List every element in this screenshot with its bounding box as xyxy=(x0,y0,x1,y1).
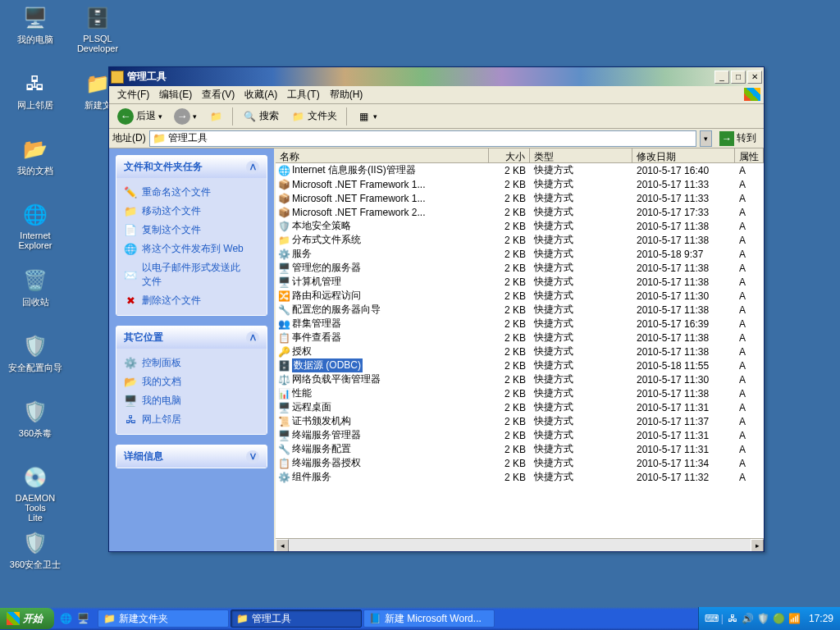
task-link[interactable]: ✉️以电子邮件形式发送此文件 xyxy=(120,258,263,291)
icon-label: 我的文档 xyxy=(7,165,64,177)
list-item[interactable]: 🖥️远程桌面2 KB快捷方式2010-5-17 11:31A xyxy=(276,400,764,414)
menu-item[interactable]: 工具(T) xyxy=(282,86,324,103)
task-link[interactable]: ✖删除这个文件 xyxy=(120,291,263,310)
task-link[interactable]: 📂我的文档 xyxy=(120,372,263,391)
menu-item[interactable]: 收藏(A) xyxy=(240,86,282,103)
file-name: 远程桌面 xyxy=(292,400,331,414)
task-link[interactable]: ⚙️控制面板 xyxy=(120,354,263,372)
views-button[interactable]: ▦▾ xyxy=(351,107,382,126)
column-date[interactable]: 修改日期 xyxy=(632,148,735,162)
list-item[interactable]: 🖥️计算机管理2 KB快捷方式2010-5-17 11:38A xyxy=(276,275,764,289)
list-item[interactable]: 📊性能2 KB快捷方式2010-5-17 11:38A xyxy=(276,386,764,400)
tray-shield-icon[interactable]: 🛡️ xyxy=(757,612,770,625)
desktop-icon[interactable]: 🌐InternetExplorer xyxy=(7,202,64,250)
list-item[interactable]: 📁分布式文件系统2 KB快捷方式2010-5-17 11:38A xyxy=(276,233,764,247)
desktop-icon[interactable]: 🛡️安全配置向导 xyxy=(7,333,64,374)
list-item[interactable]: 🖥️终端服务管理器2 KB快捷方式2010-5-17 11:31A xyxy=(276,428,764,442)
desktop-icon[interactable]: 🛡️360杀毒 xyxy=(7,399,64,440)
quick-launch-ie[interactable]: 🌐 xyxy=(57,610,74,627)
tray-sound-icon[interactable]: 🔊 xyxy=(742,612,755,625)
go-button[interactable]: → 转到 xyxy=(715,130,760,148)
list-item[interactable]: 👥群集管理器2 KB快捷方式2010-5-17 16:39A xyxy=(276,317,764,331)
desktop-icon[interactable]: 🗄️PLSQLDeveloper xyxy=(69,5,126,53)
desktop-icon[interactable]: 🖥️我的电脑 xyxy=(7,5,64,46)
menu-item[interactable]: 文件(F) xyxy=(112,86,154,103)
quick-launch-desktop[interactable]: 🖥️ xyxy=(75,610,91,627)
desktop-icon[interactable]: 🛡️360安全卫士 xyxy=(7,530,64,571)
taskbar-task[interactable]: 📁新建文件夹 xyxy=(98,609,229,628)
file-attr: A xyxy=(735,472,764,483)
list-item[interactable]: ⚖️网络负载平衡管理器2 KB快捷方式2010-5-17 11:30A xyxy=(276,372,764,386)
list-item[interactable]: 🌐Internet 信息服务(IIS)管理器2 KB快捷方式2010-5-17 … xyxy=(276,163,764,177)
search-button[interactable]: 🔍搜索 xyxy=(237,107,284,126)
menu-item[interactable]: 帮助(H) xyxy=(325,86,368,103)
task-link[interactable]: 🖥️我的电脑 xyxy=(120,391,263,410)
task-link[interactable]: 📁移动这个文件 xyxy=(120,202,263,221)
address-input[interactable]: 📁 管理工具 xyxy=(149,130,696,147)
desktop-icon[interactable]: 💿DAEMON ToolsLite xyxy=(7,464,64,523)
folders-button[interactable]: 📁文件夹 xyxy=(285,107,342,126)
start-button[interactable]: 开始 xyxy=(0,608,54,629)
scroll-track[interactable] xyxy=(289,539,751,551)
list-item[interactable]: 🔧配置您的服务器向导2 KB快捷方式2010-5-17 11:38A xyxy=(276,303,764,317)
task-group-header[interactable]: 其它位置 ᐱ xyxy=(116,326,267,349)
up-button[interactable]: 📁 xyxy=(203,107,228,126)
task-link[interactable]: ✏️重命名这个文件 xyxy=(120,183,263,202)
titlebar[interactable]: 管理工具 _ □ ✕ xyxy=(109,67,764,86)
file-attr: A xyxy=(735,430,764,441)
task-icon: 📘 xyxy=(369,613,381,624)
list-item[interactable]: 🔑授权2 KB快捷方式2010-5-17 11:38A xyxy=(276,345,764,358)
desktop-icon[interactable]: 🗑️回收站 xyxy=(7,267,64,308)
task-link[interactable]: 🌐将这个文件发布到 Web xyxy=(120,240,263,258)
scroll-right-button[interactable]: ▸ xyxy=(751,539,764,551)
taskbar-task[interactable]: 📁管理工具 xyxy=(231,609,362,628)
tray-lang-icon[interactable]: ⌨ xyxy=(705,612,719,625)
task-group-header[interactable]: 详细信息 ᐯ xyxy=(116,445,267,468)
list-item[interactable]: 🔧终端服务配置2 KB快捷方式2010-5-17 11:31A xyxy=(276,442,764,456)
tray-monitor-icon[interactable]: 📶 xyxy=(788,612,801,625)
column-type[interactable]: 类型 xyxy=(530,148,632,162)
desktop-icon[interactable]: 📂我的文档 xyxy=(7,136,64,177)
menu-item[interactable]: 编辑(E) xyxy=(154,86,197,103)
list-item[interactable]: 📋终端服务器授权2 KB快捷方式2010-5-17 11:34A xyxy=(276,456,764,470)
app-icon: 🖥️ xyxy=(22,5,48,31)
task-group-header[interactable]: 文件和文件夹任务 ᐱ xyxy=(116,156,267,178)
menu-item[interactable]: 查看(V) xyxy=(197,86,240,103)
list-item[interactable]: 🔀路由和远程访问2 KB快捷方式2010-5-17 11:30A xyxy=(276,289,764,303)
clock[interactable]: 17:29 xyxy=(809,613,833,624)
column-size[interactable]: 大小 xyxy=(489,148,530,162)
maximize-button[interactable]: □ xyxy=(731,71,746,84)
list-item[interactable]: 📋事件查看器2 KB快捷方式2010-5-17 11:38A xyxy=(276,331,764,345)
scroll-left-button[interactable]: ◂ xyxy=(276,539,289,551)
task-link[interactable]: 🖧网上邻居 xyxy=(120,410,263,429)
address-dropdown[interactable]: ▾ xyxy=(700,130,712,147)
horizontal-scrollbar[interactable]: ◂ ▸ xyxy=(276,538,764,551)
column-name[interactable]: 名称 xyxy=(276,148,489,162)
close-button[interactable]: ✕ xyxy=(747,71,762,84)
task-link[interactable]: 📄复制这个文件 xyxy=(120,221,263,240)
column-attr[interactable]: 属性 xyxy=(735,148,764,162)
taskbar-task[interactable]: 📘新建 Microsoft Word... xyxy=(363,609,495,628)
minimize-button[interactable]: _ xyxy=(714,71,729,84)
explorer-window: 管理工具 _ □ ✕ 文件(F)编辑(E)查看(V)收藏(A)工具(T)帮助(H… xyxy=(108,66,765,552)
list-item[interactable]: ⚙️服务2 KB快捷方式2010-5-18 9:37A xyxy=(276,247,764,261)
list-item[interactable]: 📦Microsoft .NET Framework 1...2 KB快捷方式20… xyxy=(276,177,764,191)
list-item[interactable]: 📦Microsoft .NET Framework 2...2 KB快捷方式20… xyxy=(276,205,764,219)
back-button[interactable]: ← 后退 ▾ xyxy=(112,106,167,127)
forward-button[interactable]: → ▾ xyxy=(169,106,202,127)
file-type: 快捷方式 xyxy=(530,386,632,400)
list-item[interactable]: ⚙️组件服务2 KB快捷方式2010-5-17 11:32A xyxy=(276,470,764,484)
task-label: 复制这个文件 xyxy=(142,223,201,237)
file-name: 终端服务配置 xyxy=(292,442,351,456)
list-item[interactable]: 🛡️本地安全策略2 KB快捷方式2010-5-17 11:38A xyxy=(276,219,764,233)
desktop-icon[interactable]: 🖧网上邻居 xyxy=(7,71,64,112)
tray-network-icon[interactable]: 🖧 xyxy=(726,612,739,625)
app-icon: 📁 xyxy=(84,71,111,97)
tray-360-icon[interactable]: 🟢 xyxy=(773,612,786,625)
list-item[interactable]: 📜证书颁发机构2 KB快捷方式2010-5-17 11:37A xyxy=(276,414,764,428)
file-attr: A xyxy=(735,458,764,469)
list-item[interactable]: 📦Microsoft .NET Framework 1...2 KB快捷方式20… xyxy=(276,191,764,205)
list-body[interactable]: 🌐Internet 信息服务(IIS)管理器2 KB快捷方式2010-5-17 … xyxy=(276,163,764,538)
list-item[interactable]: 🗄️数据源 (ODBC)2 KB快捷方式2010-5-18 11:55A xyxy=(276,358,764,372)
list-item[interactable]: 🖥️管理您的服务器2 KB快捷方式2010-5-17 11:38A xyxy=(276,261,764,275)
